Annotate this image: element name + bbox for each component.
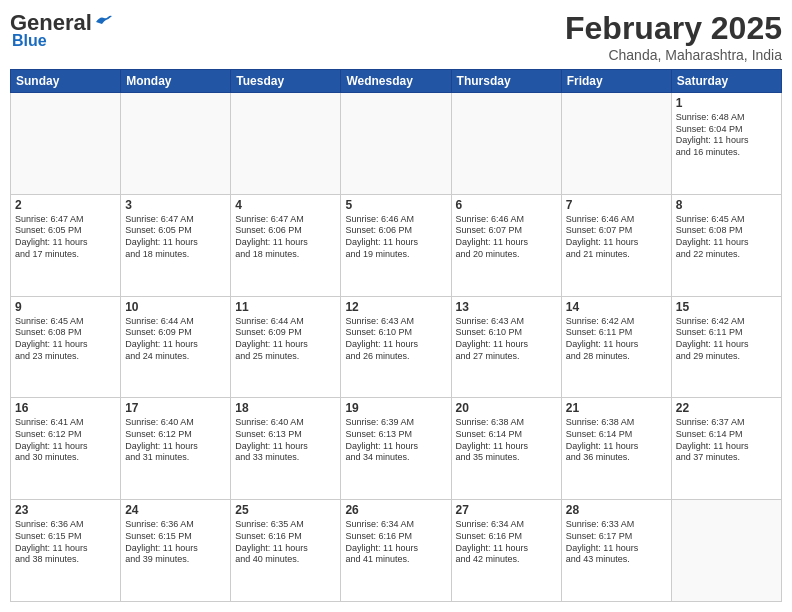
- day-number: 14: [566, 300, 667, 314]
- table-row: 10Sunrise: 6:44 AMSunset: 6:09 PMDayligh…: [121, 296, 231, 398]
- day-number: 11: [235, 300, 336, 314]
- day-info: and 38 minutes.: [15, 554, 116, 566]
- table-row: [341, 93, 451, 195]
- day-info: Sunrise: 6:48 AM: [676, 112, 777, 124]
- day-info: and 24 minutes.: [125, 351, 226, 363]
- calendar-header-row: Sunday Monday Tuesday Wednesday Thursday…: [11, 70, 782, 93]
- day-info: and 17 minutes.: [15, 249, 116, 261]
- day-info: Sunrise: 6:38 AM: [566, 417, 667, 429]
- day-info: Sunset: 6:13 PM: [235, 429, 336, 441]
- day-info: Daylight: 11 hours: [235, 441, 336, 453]
- day-info: Daylight: 11 hours: [566, 543, 667, 555]
- day-info: Daylight: 11 hours: [235, 543, 336, 555]
- day-info: Daylight: 11 hours: [456, 237, 557, 249]
- day-info: Sunset: 6:10 PM: [345, 327, 446, 339]
- table-row: [671, 500, 781, 602]
- day-info: Sunset: 6:13 PM: [345, 429, 446, 441]
- day-info: Sunrise: 6:44 AM: [125, 316, 226, 328]
- day-info: Daylight: 11 hours: [125, 441, 226, 453]
- day-info: Sunrise: 6:45 AM: [676, 214, 777, 226]
- table-row: 13Sunrise: 6:43 AMSunset: 6:10 PMDayligh…: [451, 296, 561, 398]
- day-number: 6: [456, 198, 557, 212]
- day-info: Sunset: 6:05 PM: [15, 225, 116, 237]
- title-block: February 2025 Chanda, Maharashtra, India: [565, 10, 782, 63]
- day-info: Daylight: 11 hours: [345, 339, 446, 351]
- day-info: Daylight: 11 hours: [15, 543, 116, 555]
- day-info: Daylight: 11 hours: [566, 441, 667, 453]
- logo-bird-icon: [94, 14, 112, 28]
- logo-blue: Blue: [10, 32, 47, 50]
- col-saturday: Saturday: [671, 70, 781, 93]
- day-info: Sunrise: 6:44 AM: [235, 316, 336, 328]
- day-info: and 42 minutes.: [456, 554, 557, 566]
- day-info: and 43 minutes.: [566, 554, 667, 566]
- table-row: [231, 93, 341, 195]
- day-info: Daylight: 11 hours: [235, 339, 336, 351]
- day-info: Sunrise: 6:46 AM: [456, 214, 557, 226]
- calendar-week-row: 1Sunrise: 6:48 AMSunset: 6:04 PMDaylight…: [11, 93, 782, 195]
- day-number: 15: [676, 300, 777, 314]
- day-info: Sunrise: 6:47 AM: [235, 214, 336, 226]
- page: General Blue February 2025 Chanda, Mahar…: [0, 0, 792, 612]
- table-row: 24Sunrise: 6:36 AMSunset: 6:15 PMDayligh…: [121, 500, 231, 602]
- day-number: 10: [125, 300, 226, 314]
- day-info: Sunset: 6:14 PM: [456, 429, 557, 441]
- day-info: and 36 minutes.: [566, 452, 667, 464]
- day-info: Daylight: 11 hours: [345, 543, 446, 555]
- day-info: Daylight: 11 hours: [345, 441, 446, 453]
- day-info: Sunset: 6:04 PM: [676, 124, 777, 136]
- day-number: 5: [345, 198, 446, 212]
- col-thursday: Thursday: [451, 70, 561, 93]
- col-monday: Monday: [121, 70, 231, 93]
- day-info: Sunset: 6:12 PM: [125, 429, 226, 441]
- day-info: Sunset: 6:08 PM: [15, 327, 116, 339]
- day-number: 20: [456, 401, 557, 415]
- day-info: Daylight: 11 hours: [676, 441, 777, 453]
- table-row: 5Sunrise: 6:46 AMSunset: 6:06 PMDaylight…: [341, 194, 451, 296]
- table-row: 7Sunrise: 6:46 AMSunset: 6:07 PMDaylight…: [561, 194, 671, 296]
- day-number: 7: [566, 198, 667, 212]
- day-info: and 27 minutes.: [456, 351, 557, 363]
- day-number: 16: [15, 401, 116, 415]
- table-row: 20Sunrise: 6:38 AMSunset: 6:14 PMDayligh…: [451, 398, 561, 500]
- day-info: Sunset: 6:05 PM: [125, 225, 226, 237]
- day-info: Sunset: 6:17 PM: [566, 531, 667, 543]
- day-number: 18: [235, 401, 336, 415]
- day-info: Sunset: 6:06 PM: [235, 225, 336, 237]
- table-row: 14Sunrise: 6:42 AMSunset: 6:11 PMDayligh…: [561, 296, 671, 398]
- day-info: Sunset: 6:11 PM: [566, 327, 667, 339]
- day-info: Sunrise: 6:46 AM: [345, 214, 446, 226]
- day-info: Sunrise: 6:33 AM: [566, 519, 667, 531]
- day-info: and 41 minutes.: [345, 554, 446, 566]
- day-info: Sunset: 6:12 PM: [15, 429, 116, 441]
- table-row: 15Sunrise: 6:42 AMSunset: 6:11 PMDayligh…: [671, 296, 781, 398]
- day-info: Sunrise: 6:40 AM: [125, 417, 226, 429]
- table-row: 2Sunrise: 6:47 AMSunset: 6:05 PMDaylight…: [11, 194, 121, 296]
- day-info: Daylight: 11 hours: [345, 237, 446, 249]
- day-info: Sunset: 6:10 PM: [456, 327, 557, 339]
- day-info: and 40 minutes.: [235, 554, 336, 566]
- day-number: 22: [676, 401, 777, 415]
- day-number: 4: [235, 198, 336, 212]
- day-info: and 26 minutes.: [345, 351, 446, 363]
- day-info: Sunset: 6:09 PM: [125, 327, 226, 339]
- day-info: Daylight: 11 hours: [456, 441, 557, 453]
- table-row: [121, 93, 231, 195]
- day-info: Sunrise: 6:36 AM: [125, 519, 226, 531]
- day-info: Sunset: 6:16 PM: [345, 531, 446, 543]
- table-row: 22Sunrise: 6:37 AMSunset: 6:14 PMDayligh…: [671, 398, 781, 500]
- day-number: 27: [456, 503, 557, 517]
- table-row: [561, 93, 671, 195]
- month-year: February 2025: [565, 10, 782, 47]
- table-row: 17Sunrise: 6:40 AMSunset: 6:12 PMDayligh…: [121, 398, 231, 500]
- day-info: Sunrise: 6:43 AM: [345, 316, 446, 328]
- col-sunday: Sunday: [11, 70, 121, 93]
- day-info: Sunrise: 6:34 AM: [456, 519, 557, 531]
- day-info: Sunset: 6:14 PM: [566, 429, 667, 441]
- calendar-week-row: 23Sunrise: 6:36 AMSunset: 6:15 PMDayligh…: [11, 500, 782, 602]
- day-info: Sunrise: 6:36 AM: [15, 519, 116, 531]
- day-info: and 19 minutes.: [345, 249, 446, 261]
- day-number: 3: [125, 198, 226, 212]
- day-info: Sunset: 6:15 PM: [15, 531, 116, 543]
- day-info: Sunset: 6:06 PM: [345, 225, 446, 237]
